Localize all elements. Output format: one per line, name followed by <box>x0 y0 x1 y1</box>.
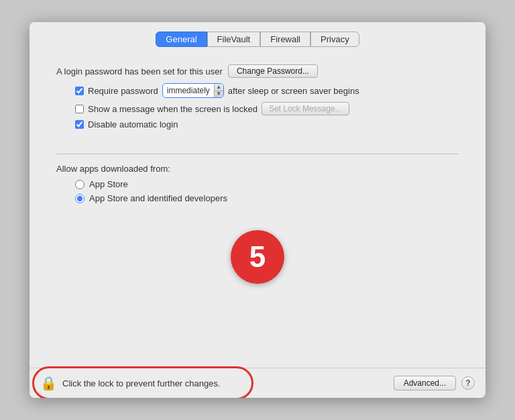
advanced-button[interactable]: Advanced... <box>394 376 456 390</box>
require-password-label: Require password <box>88 86 158 96</box>
immediately-value: immediately <box>163 86 214 95</box>
app-store-radio[interactable] <box>75 180 84 189</box>
main-content: A login password has been set for this u… <box>30 54 485 368</box>
immediately-stepper[interactable]: immediately ▲ ▼ <box>162 83 224 98</box>
lock-icon[interactable]: 🔒 <box>40 375 57 391</box>
require-password-checkbox[interactable] <box>75 87 84 95</box>
stepper-arrows[interactable]: ▲ ▼ <box>214 84 223 97</box>
app-store-identified-radio[interactable] <box>75 194 84 203</box>
disable-login-label: Disable automatic login <box>88 119 178 129</box>
step-badge: 5 <box>231 230 284 284</box>
login-description: A login password has been set for this u… <box>56 66 223 76</box>
apps-section: Allow apps downloaded from: App Store Ap… <box>56 164 459 207</box>
show-message-checkbox[interactable] <box>75 105 84 113</box>
tab-filevault[interactable]: FileVault <box>207 32 261 47</box>
app-store-radio-row: App Store <box>75 179 459 189</box>
tab-privacy[interactable]: Privacy <box>310 32 359 47</box>
login-description-row: A login password has been set for this u… <box>56 64 459 78</box>
tab-firewall[interactable]: Firewall <box>260 32 310 47</box>
tab-bar: General FileVault Firewall Privacy <box>30 22 485 54</box>
footer: 🔒 Click the lock to prevent further chan… <box>30 368 485 398</box>
tab-general[interactable]: General <box>156 32 207 47</box>
footer-right: Advanced... ? <box>394 376 475 390</box>
section-divider <box>56 154 459 154</box>
require-password-row: Require password immediately ▲ ▼ after s… <box>75 83 459 98</box>
stepper-down-arrow[interactable]: ▼ <box>215 91 223 98</box>
app-store-identified-label: App Store and identified developers <box>89 193 227 203</box>
footer-lock-text: Click the lock to prevent further change… <box>62 378 221 388</box>
step-badge-container: 5 <box>56 230 459 284</box>
login-password-section: A login password has been set for this u… <box>56 64 459 134</box>
disable-login-row: Disable automatic login <box>75 119 459 129</box>
security-preferences-window: General FileVault Firewall Privacy A log… <box>30 22 485 398</box>
footer-left: 🔒 Click the lock to prevent further chan… <box>40 375 221 391</box>
app-store-label: App Store <box>89 179 128 189</box>
disable-login-checkbox[interactable] <box>75 120 84 129</box>
apps-section-label: Allow apps downloaded from: <box>56 164 459 174</box>
set-lock-message-button[interactable]: Set Lock Message... <box>262 102 349 115</box>
stepper-up-arrow[interactable]: ▲ <box>215 84 223 91</box>
change-password-button[interactable]: Change Password... <box>228 64 318 78</box>
show-message-row: Show a message when the screen is locked… <box>75 102 459 115</box>
app-store-identified-radio-row: App Store and identified developers <box>75 193 459 203</box>
show-message-label: Show a message when the screen is locked <box>88 104 258 114</box>
after-sleep-label: after sleep or screen saver begins <box>228 86 359 96</box>
help-button[interactable]: ? <box>461 376 475 390</box>
tab-group: General FileVault Firewall Privacy <box>156 32 359 47</box>
